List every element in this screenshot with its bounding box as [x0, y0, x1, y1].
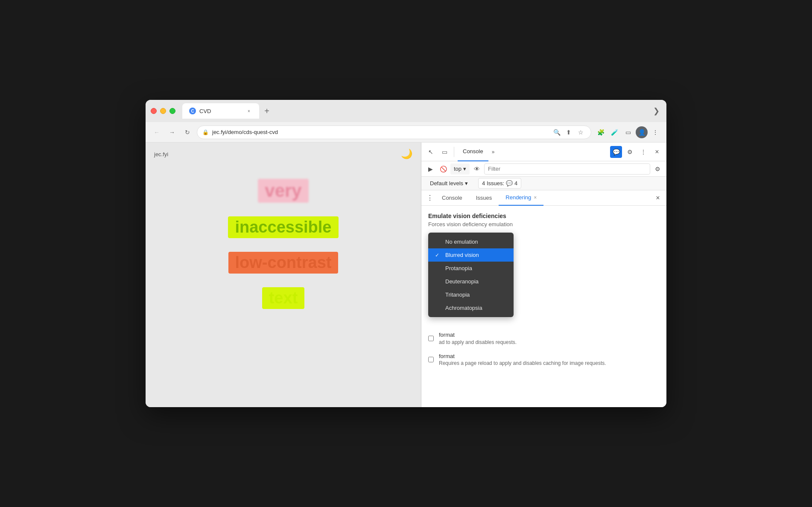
devtools-close-button[interactable]: ×: [651, 146, 663, 158]
dropdown-item-tritanopia[interactable]: Tritanopia: [428, 288, 514, 301]
achromatopsia-label: Achromatopsia: [445, 305, 482, 311]
back-button[interactable]: ←: [151, 126, 163, 138]
word-inaccessible: inaccessible: [228, 216, 338, 238]
protanopia-label: Protanopia: [445, 265, 472, 271]
bookmark-button[interactable]: ☆: [575, 127, 586, 137]
rendering-panel-tab[interactable]: Rendering ×: [499, 190, 543, 206]
panel-more-button[interactable]: ⋮: [425, 193, 435, 203]
message-button[interactable]: 💬: [610, 146, 622, 158]
context-selector[interactable]: top ▾: [450, 163, 470, 175]
search-button[interactable]: 🔍: [552, 127, 562, 137]
rendering-panel: Emulate vision deficiencies Forces visio…: [421, 206, 666, 407]
blurred-vision-check: ✓: [435, 252, 442, 258]
tab-favicon: C: [189, 108, 196, 114]
close-button[interactable]: [151, 108, 157, 114]
dropdown-item-deuteranopia[interactable]: Deuteranopia: [428, 275, 514, 288]
toolbar-actions: 🧩 🧪 ▭ 👤 ⋮: [595, 126, 661, 138]
reload-button[interactable]: ↻: [181, 126, 193, 138]
tab-close-button[interactable]: ×: [245, 108, 252, 114]
tab-title: CVD: [199, 108, 211, 114]
issues-number: 4: [514, 180, 517, 186]
extensions-button[interactable]: 🧩: [595, 126, 607, 138]
active-tab[interactable]: C CVD ×: [182, 103, 259, 119]
panel-tabs: ⋮ Console Issues Rendering × ×: [421, 190, 666, 206]
address-bar[interactable]: 🔒 jec.fyi/demo/cds-quest-cvd 🔍 ⬆ ☆: [197, 125, 591, 139]
default-levels-button[interactable]: Default levels ▾: [426, 178, 471, 188]
expand-tabs-button[interactable]: »: [490, 147, 497, 157]
settings-button[interactable]: ⚙: [624, 146, 636, 158]
issues-panel-tab[interactable]: Issues: [469, 190, 499, 206]
browser-window: C CVD × + ❯ ← → ↻ 🔒 jec.fyi/demo/cds-que…: [146, 100, 666, 407]
devtools-header: ↖ ▭ Console » 💬 ⚙ ⋮ ×: [421, 143, 666, 161]
issues-icon: 💬: [506, 180, 513, 186]
vision-dropdown-wrapper: No emulation ✓ Blurred vision Protanopia: [428, 233, 514, 317]
context-label: top: [454, 166, 461, 172]
site-label: jec.fyi: [154, 151, 412, 157]
more-button[interactable]: ⋮: [649, 126, 661, 138]
vision-dropdown-menu: No emulation ✓ Blurred vision Protanopia: [428, 233, 514, 317]
panel-close-button[interactable]: ×: [653, 193, 663, 203]
minimize-button[interactable]: [160, 108, 166, 114]
profile-button[interactable]: 👤: [636, 126, 648, 138]
default-levels-label: Default levels: [430, 180, 463, 186]
no-icon-button[interactable]: 🚫: [438, 163, 449, 175]
dropdown-item-protanopia[interactable]: Protanopia: [428, 262, 514, 275]
context-dropdown-arrow: ▾: [463, 166, 466, 172]
dropdown-item-achromatopsia[interactable]: Achromatopsia: [428, 301, 514, 315]
issues-count-badge[interactable]: 4 Issues: 💬 4: [478, 178, 521, 189]
traffic-lights: [151, 108, 175, 114]
address-actions: 🔍 ⬆ ☆: [552, 127, 586, 137]
filter-input[interactable]: [484, 163, 650, 175]
lock-icon: 🔒: [202, 129, 209, 135]
word-very: very: [258, 179, 308, 203]
checkbox-1[interactable]: [428, 332, 434, 345]
more-options-button[interactable]: ⋮: [637, 146, 649, 158]
section-subtitle: Forces vision deficiency emulation: [428, 221, 660, 227]
console-tab-header[interactable]: Console: [458, 143, 488, 161]
console-panel-tab[interactable]: Console: [435, 190, 469, 206]
webpage: jec.fyi 🌙 very inaccessible low-contrast…: [146, 143, 421, 407]
devtools-panel: ↖ ▭ Console » 💬 ⚙ ⋮ × ▶ 🚫 top ▾ 👁: [421, 143, 666, 407]
dropdown-item-blurred-vision[interactable]: ✓ Blurred vision: [428, 248, 514, 262]
issues-prefix: 4 Issues:: [482, 180, 504, 186]
title-bar: C CVD × + ❯: [146, 100, 666, 122]
header-separator: [454, 147, 454, 157]
url-text: jec.fyi/demo/cds-quest-cvd: [212, 129, 548, 135]
section-title: Emulate vision deficiencies: [428, 213, 660, 219]
blurred-vision-label: Blurred vision: [445, 252, 479, 258]
rendering-tab-close[interactable]: ×: [534, 195, 537, 201]
experiments-button[interactable]: 🧪: [608, 126, 620, 138]
checkbox-section: format ad to apply and disables requests…: [428, 331, 660, 366]
dropdown-item-no-emulation[interactable]: No emulation: [428, 235, 514, 248]
word-low-contrast: low-contrast: [228, 252, 339, 274]
filter-settings-button[interactable]: ⚙: [652, 163, 663, 175]
forward-button[interactable]: →: [166, 126, 178, 138]
maximize-button[interactable]: [169, 108, 175, 114]
issues-bar: Default levels ▾ 4 Issues: 💬 4: [421, 177, 666, 190]
content-area: jec.fyi 🌙 very inaccessible low-contrast…: [146, 143, 666, 407]
inspect-element-button[interactable]: ↖: [425, 146, 437, 158]
devtools-toolbar2: ▶ 🚫 top ▾ 👁 ⚙: [421, 161, 666, 177]
word-container: very inaccessible low-contrast text: [154, 179, 412, 309]
checkbox-2[interactable]: [428, 353, 434, 367]
tab-more-button[interactable]: ❯: [651, 105, 661, 117]
new-tab-button[interactable]: +: [261, 105, 273, 117]
browser-toolbar: ← → ↻ 🔒 jec.fyi/demo/cds-quest-cvd 🔍 ⬆ ☆…: [146, 122, 666, 143]
checkbox-1-label: format ad to apply and disables requests…: [439, 331, 517, 345]
tritanopia-label: Tritanopia: [445, 291, 470, 298]
play-button[interactable]: ▶: [425, 163, 436, 175]
checkbox-2-label: format Requires a page reload to apply a…: [439, 352, 606, 367]
deuteranopia-label: Deuteranopia: [445, 278, 479, 285]
tab-bar: C CVD × + ❯: [182, 103, 661, 119]
no-emulation-label: No emulation: [445, 239, 478, 245]
eye-button[interactable]: 👁: [471, 163, 482, 175]
moon-icon: 🌙: [401, 149, 412, 160]
word-text: text: [262, 287, 305, 309]
checkbox-row-1: format ad to apply and disables requests…: [428, 331, 660, 345]
split-button[interactable]: ▭: [622, 126, 634, 138]
default-levels-arrow: ▾: [465, 180, 468, 186]
checkbox-row-2: format Requires a page reload to apply a…: [428, 352, 660, 367]
share-button[interactable]: ⬆: [564, 127, 574, 137]
device-toolbar-button[interactable]: ▭: [438, 146, 450, 158]
